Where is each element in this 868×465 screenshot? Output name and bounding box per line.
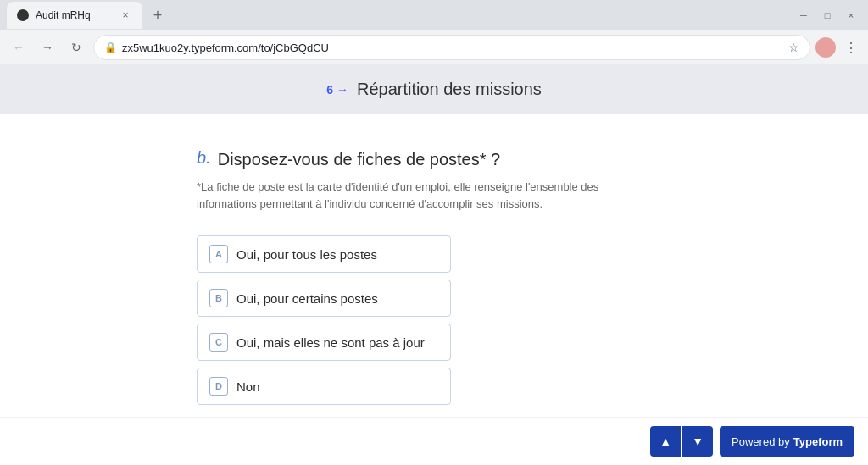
step-badge: 6 →	[326, 83, 348, 97]
option-label-c: Oui, mais elles ne sont pas à jour	[236, 335, 425, 350]
back-button[interactable]: ←	[7, 36, 31, 59]
lock-icon: 🔒	[104, 42, 117, 53]
address-text: zx5wu1kuo2y.typeform.com/to/jCbGQdCU	[122, 42, 783, 54]
option-key-c: C	[209, 333, 228, 352]
tab-title: Audit mRHq	[36, 9, 112, 21]
question-text: Disposez-vous de fiches de postes* ?	[218, 148, 501, 170]
option-label-b: Oui, pour certains postes	[236, 291, 378, 306]
option-item-c[interactable]: COui, mais elles ne sont pas à jour	[197, 324, 451, 361]
question-label: b. Disposez-vous de fiches de postes* ?	[197, 148, 671, 170]
more-options-button[interactable]: ⋮	[841, 36, 861, 59]
scroll-up-button[interactable]: ▲	[650, 426, 681, 457]
question-letter: b.	[197, 148, 211, 168]
option-item-a[interactable]: AOui, pour tous les postes	[197, 235, 451, 273]
tab-bar: Audit mRHq × + ─ □ ×	[0, 0, 868, 30]
step-arrow-icon: →	[337, 83, 348, 97]
close-window-button[interactable]: ×	[841, 5, 861, 25]
new-tab-button[interactable]: +	[146, 3, 170, 27]
page-content: 6 → Répartition des missions b. Disposez…	[0, 64, 868, 465]
options-list: AOui, pour tous les postesBOui, pour cer…	[197, 235, 671, 405]
scroll-down-button[interactable]: ▼	[682, 426, 713, 457]
option-key-b: B	[209, 289, 228, 307]
active-tab[interactable]: Audit mRHq ×	[7, 2, 142, 29]
tab-close-button[interactable]: ×	[119, 8, 132, 22]
address-bar-row: ← → ↻ 🔒 zx5wu1kuo2y.typeform.com/to/jCbG…	[0, 30, 868, 64]
section-title: Répartition des missions	[357, 80, 542, 99]
question-hint: *La fiche de poste est la carte d'identi…	[197, 179, 654, 212]
option-item-b[interactable]: BOui, pour certains postes	[197, 280, 451, 317]
window-controls: ─ □ ×	[793, 5, 861, 25]
reload-button[interactable]: ↻	[64, 36, 88, 59]
powered-by-text: Powered by	[732, 435, 790, 448]
question-block: b. Disposez-vous de fiches de postes* ? …	[197, 148, 671, 405]
step-number: 6	[326, 83, 333, 97]
tab-favicon	[17, 9, 29, 21]
forward-button[interactable]: →	[36, 36, 59, 59]
option-key-a: A	[209, 245, 228, 263]
main-area: b. Disposez-vous de fiches de postes* ? …	[0, 114, 868, 417]
option-label-a: Oui, pour tous les postes	[236, 247, 377, 262]
powered-by-badge: Powered by Typeform	[720, 426, 854, 457]
option-item-d[interactable]: DNon	[197, 368, 451, 405]
nav-arrows: ▲ ▼	[650, 426, 713, 457]
option-label-d: Non	[236, 379, 260, 394]
address-box[interactable]: 🔒 zx5wu1kuo2y.typeform.com/to/jCbGQdCU ☆	[93, 35, 810, 60]
maximize-button[interactable]: □	[817, 5, 837, 25]
typeform-brand: Typeform	[793, 435, 843, 448]
page-footer: ▲ ▼ Powered by Typeform	[0, 417, 868, 465]
option-key-d: D	[209, 377, 228, 396]
minimize-button[interactable]: ─	[793, 5, 814, 25]
bookmark-icon[interactable]: ☆	[788, 41, 799, 54]
page-header: 6 → Répartition des missions	[0, 64, 868, 114]
profile-avatar[interactable]	[815, 37, 836, 58]
browser-chrome: Audit mRHq × + ─ □ × ← → ↻ 🔒 zx5wu1kuo2y…	[0, 0, 868, 64]
